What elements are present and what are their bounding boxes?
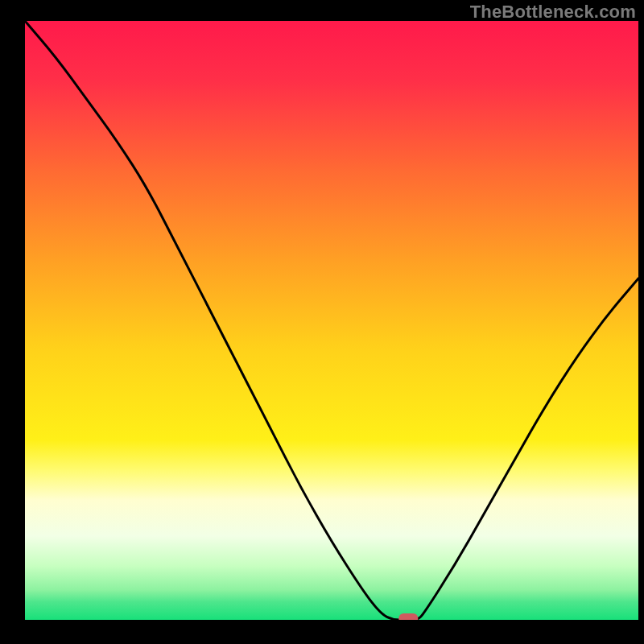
chart-background-gradient <box>25 21 638 620</box>
frame-left <box>0 0 25 644</box>
frame-right <box>638 0 644 644</box>
chart-frame: TheBottleneck.com <box>0 0 644 644</box>
bottleneck-chart <box>0 0 644 644</box>
watermark-text: TheBottleneck.com <box>470 2 636 23</box>
frame-bottom <box>0 620 644 644</box>
